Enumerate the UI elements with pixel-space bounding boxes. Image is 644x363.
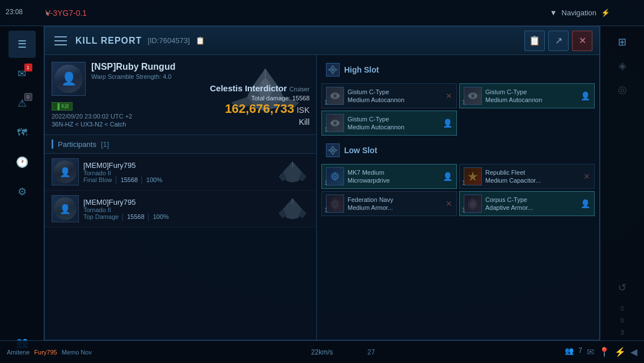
kill-content: 👤 [NSP]Ruby Rungud Warp Scramble Strengt… (45, 55, 599, 340)
slot-image-2 (464, 87, 482, 105)
participant-row-2: 👤 [MEM0]Fury795 Tornado II Top Damage │ … (45, 191, 316, 227)
svg-point-27 (333, 121, 337, 125)
victim-section: 👤 [NSP]Ruby Rungud Warp Scramble Strengt… (45, 55, 316, 135)
victim-warp: Warp Scramble Strength: 4.0 (91, 73, 175, 80)
slot-close-low-3[interactable]: ✕ (446, 199, 452, 208)
slot-image-low-4 (464, 195, 482, 213)
slot-item-high-3: 1 Gistum C-TypeMedium Autocannon 👤 (321, 111, 457, 136)
slot-name-low-3: Federation NavyMedium Armor... (348, 196, 393, 212)
participants-header: Participants [1] (45, 135, 316, 154)
participants-count: [1] (101, 140, 109, 149)
sidebar-item-messages[interactable]: ✉ 1 (9, 60, 36, 87)
header-bar (52, 140, 53, 149)
low-slot-grid: 1 MK7 MediumMicrowarpdrive 👤 (321, 164, 595, 216)
people-icon: 👥 (565, 347, 574, 357)
report-button[interactable]: 📋 (524, 31, 545, 51)
isk-value: 162,676,733 (225, 102, 294, 116)
total-damage: Total damage: 15568 (210, 95, 310, 102)
share-button[interactable]: ↗ (548, 31, 569, 51)
close-button[interactable]: ✕ (572, 31, 592, 51)
slot-user-low-1[interactable]: 👤 (443, 172, 452, 181)
right-edge-panel: ⊞ ◈ ◎ ↺ 0 0 3 (600, 26, 644, 340)
top-bar: 23:08 ● V-3YG7-0.1 ▼ Navigation ⚡ (0, 0, 644, 26)
outcome-label: Kill (210, 117, 310, 126)
svg-point-40 (471, 202, 474, 206)
participants-section: Participants [1] 👤 [MEM0]Fury795 Tornado… (45, 135, 316, 340)
isk-suffix: ISK (296, 105, 310, 115)
svg-point-18 (331, 68, 334, 71)
copy-icon[interactable]: 📋 (196, 36, 205, 45)
panel-id: [ID:7604573] (147, 36, 189, 45)
ship-name: Celestis Interdictor (210, 83, 287, 93)
participant-avatar-1: 👤 (52, 158, 79, 185)
right-icon-1[interactable]: ⊞ (612, 32, 633, 52)
kill-report-panel: KILL REPORT [ID:7604573] 📋 📋 ↗ ✕ 👤 [NSP]… (44, 26, 600, 340)
slot-close-1[interactable]: ✕ (446, 91, 452, 100)
right-panel: High Slot 1 Gistum C-TypeMed (317, 55, 599, 340)
bottom-right-icons: 👥 7 ✉ 📍 ⚡ ◀ (565, 347, 637, 357)
people-count: 7 (578, 347, 582, 357)
participants-title: Participants (58, 140, 96, 149)
slot-image-low-3 (326, 195, 344, 213)
slot-name-high-2: Gistum C-TypeMedium Autocannon (485, 88, 542, 104)
bottom-icon-2[interactable]: 📍 (599, 347, 610, 357)
sidebar-item-history[interactable]: 🕐 (9, 149, 36, 176)
victim-name: [NSP]Ruby Rungud (91, 62, 175, 72)
participant-avatar-2: 👤 (52, 195, 79, 222)
slot-item-low-1: 1 MK7 MediumMicrowarpdrive 👤 (321, 164, 457, 189)
bottom-icon-4[interactable]: ◀ (630, 347, 637, 357)
bottom-icon-1[interactable]: ✉ (587, 347, 594, 357)
participant-ship-1: Tornado II (83, 170, 273, 176)
slot-name-low-2: Republic FleetMedium Capacitor... (485, 168, 541, 185)
slot-name-low-4: Corpus C-TypeAdaptive Armor... (485, 196, 533, 212)
ship-icon-2 (278, 197, 307, 220)
right-icon-4[interactable]: ↺ (612, 277, 633, 298)
victim-info: [NSP]Ruby Rungud Warp Scramble Strength:… (91, 62, 175, 80)
slot-user-3[interactable]: 👤 (443, 119, 452, 128)
slot-name-low-1: MK7 MediumMicrowarpdrive (348, 168, 390, 185)
sidebar-item-alerts[interactable]: ⚠ 0 (9, 90, 36, 117)
victim-avatar: 👤 (52, 62, 86, 96)
slot-item-low-4: 1 Corpus C-TypeAdaptive Armor... 👤 (459, 191, 595, 216)
high-slot-header: High Slot (321, 60, 595, 80)
slot-item-low-2: 1 Republic FleetMedium Capacitor... ✕ (459, 164, 595, 189)
sidebar-item-map[interactable]: 🗺 (9, 119, 36, 146)
slot-item-high-2: 1 Gistum C-TypeMedium Autocannon 👤 (459, 83, 595, 108)
slot-close-low-2[interactable]: ✕ (583, 172, 590, 181)
slot-image-1 (326, 87, 344, 105)
participant-name-1: [MEM0]Fury795 (83, 161, 273, 170)
svg-point-24 (471, 94, 474, 98)
svg-point-21 (333, 94, 337, 98)
bottom-bar: Amitene Fury795 Memo Nov 22km/s 27 👥 7 ✉… (0, 340, 644, 363)
system-icon: ● (45, 10, 49, 16)
slot-name-high-3: Gistum C-TypeMedium Autocannon (348, 115, 404, 132)
slot-user-low-4[interactable]: 👤 (581, 199, 590, 208)
high-slot-label: High Slot (344, 65, 379, 74)
right-count-1: 0 (621, 306, 624, 312)
slot-name-high-1: Gistum C-TypeMedium Autocannon (348, 88, 404, 104)
right-icon-3[interactable]: ◎ (612, 79, 633, 100)
panel-header: KILL REPORT [ID:7604573] 📋 📋 ↗ ✕ (45, 27, 599, 55)
slot-user-2[interactable]: 👤 (581, 91, 590, 100)
slot-image-low-1 (326, 167, 344, 185)
bottom-icon-3[interactable]: ⚡ (615, 347, 626, 357)
left-panel: 👤 [NSP]Ruby Rungud Warp Scramble Strengt… (45, 55, 317, 340)
participant-stats-1: Final Blow │ 15568 │ 100% (83, 176, 273, 183)
message-badge: 1 (24, 64, 32, 71)
right-count-2: 0 (621, 318, 624, 324)
left-sidebar: ☰ ✉ 1 ⚠ 0 🗺 🕐 ⚙ 👥 (0, 26, 44, 363)
svg-point-28 (331, 149, 334, 151)
low-slot-header: Low Slot (321, 140, 595, 161)
slots-section: High Slot 1 Gistum C-TypeMed (317, 55, 599, 340)
ship-info-right: Celestis Interdictor Cruiser Total damag… (210, 83, 310, 126)
participant-ship-2: Tornado II (83, 206, 273, 213)
panel-menu-button[interactable] (52, 32, 70, 50)
sidebar-item-settings[interactable]: ⚙ (9, 178, 36, 205)
navigation-label[interactable]: ▼ Navigation ⚡ (550, 9, 610, 17)
right-icon-2[interactable]: ◈ (612, 56, 633, 76)
panel-title: KILL REPORT (75, 36, 142, 46)
sidebar-item-menu[interactable]: ☰ (9, 31, 36, 58)
participant-info-1: [MEM0]Fury795 Tornado II Final Blow │ 15… (83, 161, 273, 183)
kill-badge: ▐ Kill (52, 102, 73, 111)
slot-item-high-1: 1 Gistum C-TypeMedium Autocannon ✕ (321, 83, 457, 108)
